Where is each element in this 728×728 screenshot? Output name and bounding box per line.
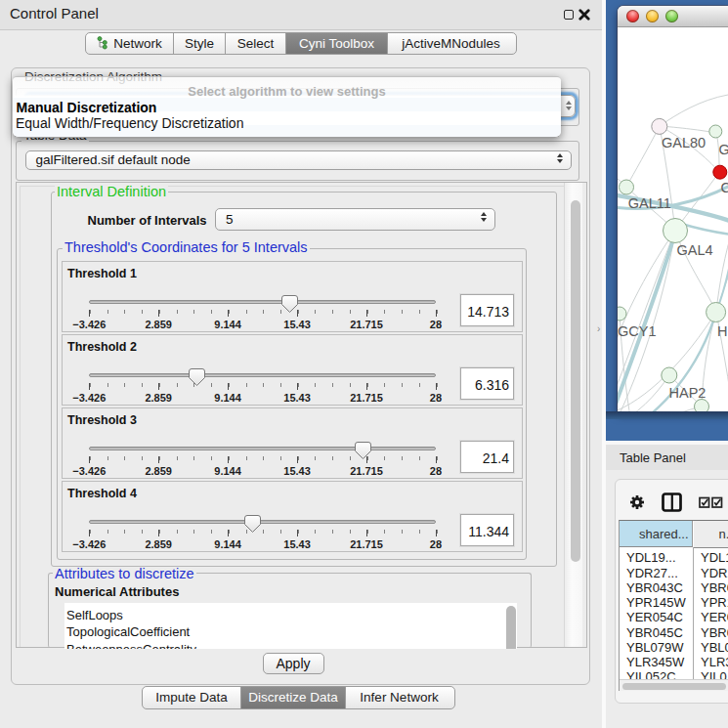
- svg-text:G.: G.: [719, 142, 728, 157]
- svg-text:GAL80: GAL80: [662, 135, 706, 150]
- svg-text:HAP2: HAP2: [669, 385, 707, 401]
- svg-text:GAL11: GAL11: [628, 195, 671, 211]
- svg-text:H: H: [717, 323, 727, 339]
- svg-text:GAL4: GAL4: [677, 242, 713, 258]
- svg-text:GCY1: GCY1: [618, 323, 657, 339]
- svg-text:C: C: [721, 180, 728, 195]
